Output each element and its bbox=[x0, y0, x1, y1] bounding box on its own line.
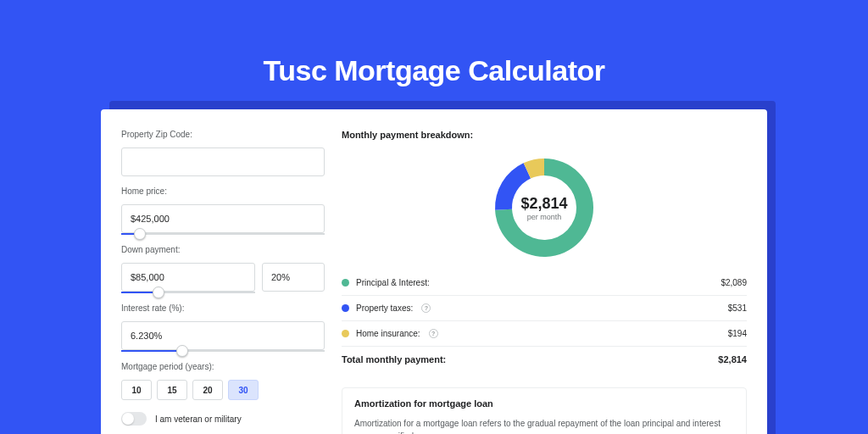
legend-value: $531 bbox=[728, 303, 747, 313]
info-icon[interactable]: ? bbox=[429, 329, 438, 338]
price-slider-thumb[interactable] bbox=[134, 228, 146, 240]
breakdown-title: Monthly payment breakdown: bbox=[342, 130, 747, 140]
donut-center: $2,814 per month bbox=[493, 157, 595, 259]
legend-dot-icon bbox=[342, 304, 349, 312]
period-button-15[interactable]: 15 bbox=[157, 380, 187, 400]
legend-total-value: $2,814 bbox=[718, 354, 747, 364]
legend-dot-icon bbox=[342, 279, 349, 287]
legend-total-label: Total monthly payment: bbox=[342, 354, 446, 364]
donut-wrap: $2,814 per month bbox=[342, 143, 747, 270]
calculator-card: Property Zip Code: Home price: Down paym… bbox=[101, 109, 767, 434]
amortization-title: Amortization for mortgage loan bbox=[354, 398, 734, 409]
legend-value: $2,089 bbox=[721, 278, 747, 287]
legend-label: Property taxes: bbox=[356, 303, 413, 313]
period-button-20[interactable]: 20 bbox=[192, 380, 223, 400]
rate-slider[interactable] bbox=[121, 350, 325, 352]
down-amount-input[interactable] bbox=[121, 263, 255, 292]
form-column: Property Zip Code: Home price: Down paym… bbox=[121, 130, 325, 434]
rate-field-block: Interest rate (%): bbox=[121, 303, 325, 352]
legend-row: Home insurance:?$194 bbox=[342, 321, 747, 346]
down-slider-thumb[interactable] bbox=[153, 287, 164, 298]
price-label: Home price: bbox=[121, 186, 325, 196]
amortization-card: Amortization for mortgage loan Amortizat… bbox=[342, 387, 747, 434]
period-button-row: 10152030 bbox=[121, 380, 325, 400]
legend-value: $194 bbox=[728, 329, 747, 338]
price-slider[interactable] bbox=[121, 233, 325, 235]
donut-sub: per month bbox=[527, 213, 562, 221]
down-percent-input[interactable] bbox=[262, 263, 325, 292]
veteran-toggle[interactable] bbox=[121, 412, 147, 426]
period-label: Mortgage period (years): bbox=[121, 362, 325, 371]
down-label: Down payment: bbox=[121, 245, 325, 254]
legend-dot-icon bbox=[342, 330, 349, 337]
legend-label: Principal & Interest: bbox=[356, 278, 430, 287]
legend-row: Property taxes:?$531 bbox=[342, 296, 747, 320]
veteran-row: I am veteran or military bbox=[121, 412, 325, 426]
results-column: Monthly payment breakdown: $2,814 per mo… bbox=[342, 130, 747, 434]
legend-label: Home insurance: bbox=[356, 329, 420, 338]
price-input[interactable] bbox=[121, 204, 325, 233]
legend-list: Principal & Interest:$2,089Property taxe… bbox=[342, 270, 747, 346]
donut-amount: $2,814 bbox=[520, 195, 567, 213]
veteran-label: I am veteran or military bbox=[155, 415, 242, 424]
zip-label: Property Zip Code: bbox=[121, 130, 325, 139]
price-field-block: Home price: bbox=[121, 186, 325, 235]
veteran-toggle-knob bbox=[122, 413, 134, 425]
rate-input[interactable] bbox=[121, 321, 325, 350]
period-button-10[interactable]: 10 bbox=[121, 380, 152, 400]
rate-slider-thumb[interactable] bbox=[176, 345, 188, 357]
legend-total-row: Total monthly payment: $2,814 bbox=[342, 347, 747, 372]
donut-chart: $2,814 per month bbox=[493, 157, 595, 259]
amortization-text: Amortization for a mortgage loan refers … bbox=[354, 417, 734, 434]
down-slider[interactable] bbox=[121, 292, 255, 293]
period-button-30[interactable]: 30 bbox=[228, 380, 259, 400]
zip-input[interactable] bbox=[121, 147, 325, 176]
period-field-block: Mortgage period (years): 10152030 bbox=[121, 362, 325, 400]
down-field-block: Down payment: bbox=[121, 245, 325, 293]
zip-field-block: Property Zip Code: bbox=[121, 130, 325, 176]
legend-row: Principal & Interest:$2,089 bbox=[342, 270, 747, 295]
rate-label: Interest rate (%): bbox=[121, 303, 325, 313]
page-title: Tusc Mortgage Calculator bbox=[0, 0, 868, 109]
info-icon[interactable]: ? bbox=[421, 303, 431, 313]
